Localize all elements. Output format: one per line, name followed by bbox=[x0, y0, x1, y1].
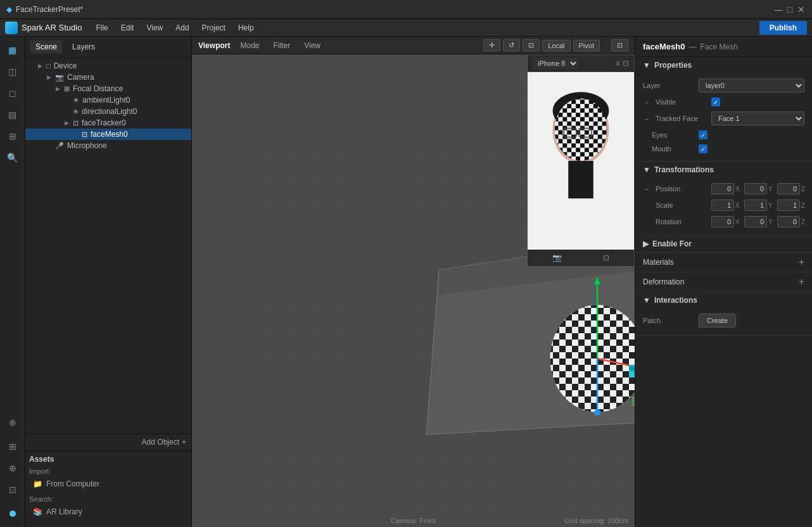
focal-icon: ⊞ bbox=[64, 85, 70, 93]
window-controls: — □ ✕ bbox=[774, 5, 806, 14]
y-label: Y bbox=[768, 186, 775, 193]
directional-icon: ✳ bbox=[73, 108, 79, 116]
device-select[interactable]: iPhone 8 bbox=[533, 58, 578, 69]
transformations-content: → Position X Y Z bbox=[635, 178, 812, 235]
tree-item-directional[interactable]: ▶ ✳ directionalLight0 bbox=[25, 106, 191, 117]
add-layer-icon[interactable]: ⊕ bbox=[3, 413, 22, 432]
app-icon: ◆ bbox=[6, 5, 12, 14]
facemesh-icon: ⊡ bbox=[82, 130, 87, 139]
rotation-xyz: X Y Z bbox=[711, 216, 808, 227]
tree-item-facemesh[interactable]: ▶ ⊡ faceMesh0 bbox=[25, 129, 191, 140]
props-header: faceMesh0 — Face Mesh bbox=[635, 37, 812, 57]
tree-item-ambient[interactable]: ▶ ☀ ambientLight0 bbox=[25, 94, 191, 106]
layer-select[interactable]: layer0 bbox=[699, 79, 804, 92]
rotate-tool[interactable]: ↺ bbox=[503, 39, 520, 51]
tracked-face-value: Face 1 bbox=[711, 111, 804, 125]
menu-help[interactable]: Help bbox=[233, 22, 259, 34]
close-button[interactable]: ✕ bbox=[797, 5, 806, 14]
svg-rect-15 bbox=[632, 397, 635, 406]
transformations-label: Transformations bbox=[654, 165, 714, 174]
create-patch-button[interactable]: Create bbox=[699, 314, 736, 327]
record-icon[interactable]: ⊡ bbox=[603, 253, 609, 262]
scale-y-input[interactable] bbox=[744, 200, 767, 211]
preview-icon-list[interactable]: ≡ bbox=[616, 59, 620, 68]
rotation-x-input[interactable] bbox=[711, 216, 734, 227]
materials-row[interactable]: Materials + bbox=[635, 253, 812, 272]
tree-item-device[interactable]: ▶ □ Device bbox=[25, 60, 191, 72]
section-arrow-props: ▼ bbox=[643, 61, 650, 70]
menu-edit[interactable]: Edit bbox=[116, 22, 139, 34]
scale-tool[interactable]: ⊡ bbox=[523, 39, 540, 51]
menu-project[interactable]: Project bbox=[197, 22, 231, 34]
scale-x-input[interactable] bbox=[711, 200, 734, 211]
from-computer-button[interactable]: 📁 From Computer bbox=[29, 478, 187, 490]
add-object-row[interactable]: Add Object + bbox=[25, 433, 191, 450]
materials-add-icon[interactable]: + bbox=[799, 257, 804, 268]
materials-label: Materials bbox=[643, 258, 674, 267]
tree-item-microphone[interactable]: ▶ 🎤 Microphone bbox=[25, 140, 191, 151]
position-y-field: Y bbox=[744, 183, 775, 194]
viewport-header: Viewport Mode Filter View ✛ ↺ ⊡ Local Pi… bbox=[192, 37, 635, 54]
viewport-filter[interactable]: Filter bbox=[270, 40, 295, 51]
maximize-button[interactable]: □ bbox=[785, 5, 794, 14]
pivot-toggle[interactable]: Pivot bbox=[573, 40, 600, 51]
menu-add[interactable]: Add bbox=[170, 22, 194, 34]
transformations-section-header[interactable]: ▼ Transformations bbox=[635, 162, 812, 178]
layers-icon[interactable]: ◫ bbox=[3, 62, 22, 81]
tracked-face-label: Tracked Face bbox=[656, 115, 706, 122]
position-z-input[interactable] bbox=[777, 183, 800, 194]
rotation-z-input[interactable] bbox=[777, 216, 800, 227]
notification-icon[interactable] bbox=[3, 504, 22, 523]
position-y-input[interactable] bbox=[744, 183, 767, 194]
move-tool[interactable]: ✛ bbox=[483, 39, 500, 51]
ar-library-button[interactable]: 📚 AR Library bbox=[29, 505, 187, 518]
mouth-checkbox[interactable]: ✓ bbox=[699, 144, 707, 153]
tab-scene[interactable]: Scene bbox=[30, 41, 62, 53]
scene-icon[interactable]: ▦ bbox=[3, 41, 22, 60]
scale-z-input[interactable] bbox=[777, 200, 800, 211]
add-asset-icon[interactable]: ⊕ bbox=[3, 459, 22, 478]
preview-icon-expand[interactable]: ⊡ bbox=[623, 59, 629, 68]
deformation-row[interactable]: Deformation + bbox=[635, 272, 812, 291]
assets-icon[interactable]: ◻ bbox=[3, 84, 22, 103]
properties-section-label: Properties bbox=[654, 61, 692, 70]
expand-viewport[interactable]: ⊡ bbox=[611, 39, 628, 51]
screenshot-icon[interactable]: 📷 bbox=[552, 253, 562, 262]
arrow-facetracker: ▶ bbox=[65, 120, 71, 126]
viewport-mode[interactable]: Mode bbox=[236, 40, 263, 51]
menu-file[interactable]: File bbox=[91, 22, 113, 34]
tab-layers[interactable]: Layers bbox=[67, 41, 100, 53]
effects-icon[interactable]: ⊞ bbox=[3, 127, 22, 146]
tree-item-facetracker[interactable]: ▶ ⊡ faceTracker0 bbox=[25, 117, 191, 129]
assets-panel: Assets Import: 📁 From Computer Search: 📚… bbox=[25, 450, 191, 527]
interactions-header[interactable]: ▼ Interactions bbox=[635, 292, 812, 308]
publish-button[interactable]: Publish bbox=[759, 21, 807, 35]
position-x-input[interactable] bbox=[711, 183, 734, 194]
search-icon[interactable]: 🔍 bbox=[3, 148, 22, 167]
tree-item-focal[interactable]: ▶ ⊞ Focal Distance bbox=[25, 83, 191, 94]
object-type: Face Mesh bbox=[700, 42, 737, 51]
enable-for-header[interactable]: ▶ Enable For bbox=[635, 236, 812, 252]
viewport-view[interactable]: View bbox=[300, 40, 324, 51]
rotation-y-input[interactable] bbox=[744, 216, 767, 227]
minimize-button[interactable]: — bbox=[774, 5, 783, 14]
visible-checkbox[interactable]: ✓ bbox=[711, 98, 720, 106]
tracked-face-select[interactable]: Face 1 bbox=[711, 111, 804, 125]
add-effect-icon[interactable]: ⊞ bbox=[3, 437, 22, 456]
eyes-checkbox[interactable]: ✓ bbox=[699, 130, 707, 139]
rotation-z-field: Z bbox=[777, 216, 808, 227]
deformation-add-icon[interactable]: + bbox=[799, 276, 804, 288]
settings-icon[interactable]: ⊡ bbox=[3, 480, 22, 499]
local-toggle[interactable]: Local bbox=[542, 40, 570, 51]
tree-item-camera[interactable]: ▶ 📷 Camera bbox=[25, 72, 191, 83]
menubar: Spark AR Studio File Edit View Add Proje… bbox=[0, 19, 812, 37]
ambient-icon: ☀ bbox=[73, 96, 79, 105]
brand-name: Spark AR Studio bbox=[22, 23, 82, 32]
viewport-tab[interactable]: Viewport bbox=[198, 41, 230, 50]
section-arrow-transform: ▼ bbox=[643, 165, 650, 174]
import-section: Import: 📁 From Computer bbox=[29, 467, 187, 490]
menu-view[interactable]: View bbox=[141, 22, 168, 34]
analytics-icon[interactable]: ▤ bbox=[3, 105, 22, 124]
layer-row: Layer layer0 bbox=[643, 76, 804, 95]
properties-section-header[interactable]: ▼ Properties bbox=[635, 57, 812, 73]
